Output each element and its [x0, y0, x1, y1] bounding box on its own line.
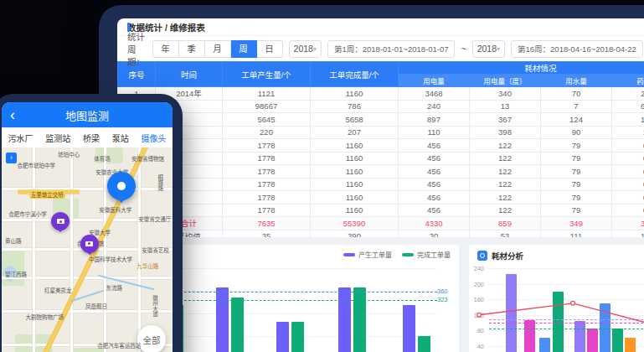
chart-bar [506, 274, 517, 352]
table-cell: 110 [399, 126, 470, 139]
chart-gridline [487, 268, 644, 269]
table-row: 6177811604561227967 [118, 152, 644, 165]
sub-col-3: 用水量 [541, 75, 612, 87]
col-header-completed: 工单完成量/个 [311, 62, 399, 87]
table-cell: 367 [470, 113, 541, 127]
map-label: 安徽省艺校 [142, 246, 169, 254]
map-label: 合肥市琥珀中学 [17, 161, 55, 169]
table-row: 356455658897367124129 [118, 113, 644, 127]
range-from-input[interactable]: 第1周：2018-01-01~2018-01-07 [327, 40, 456, 58]
chart-bar [625, 338, 636, 352]
table-cell: 456 [399, 191, 470, 204]
table-cell: 1121 [223, 87, 311, 101]
road [138, 148, 141, 352]
breadcrumb: 数据统计 / 维修报表 [117, 18, 644, 36]
period-option-月[interactable]: 月 [205, 40, 231, 58]
chart-bar [276, 322, 289, 352]
back-icon[interactable]: ‹ [10, 104, 15, 126]
table-row: 10177811604561227967 [118, 204, 644, 217]
table-cell: 13 [470, 100, 541, 113]
tab-泵站[interactable]: 泵站 [112, 132, 129, 144]
table-cell: 122 [470, 152, 541, 165]
map-label: 安徽省交通厅 [138, 215, 171, 223]
total-cell: 349 [541, 217, 612, 230]
table-cell: 7 [541, 100, 612, 113]
table-row: 42202071103989019 [118, 126, 644, 139]
map-label: 凤凰假日 [85, 302, 107, 310]
sub-col-2: 用电量（度） [470, 75, 541, 87]
table-cell: 67 [612, 165, 644, 179]
map-label: 合肥市宁溪小学 [8, 210, 47, 218]
legend-label: 产生工单量 [358, 250, 392, 259]
map-label: 安徽省博物馆 [131, 154, 164, 163]
tab-监测站[interactable]: 监测站 [45, 132, 70, 144]
report-table: 序号 时间 工单产生量/个 工单完成量/个 耗材情况 用电量 用电量（度） 用水… [117, 61, 644, 243]
map-canvas[interactable]: › 全部 琥珀中心合肥市琥珀中学体育场安徽农业大学安徽省博物馆桐城路五里墩立交桥… [2, 148, 173, 352]
table-cell: 79 [541, 191, 612, 204]
legend-mark [343, 253, 355, 256]
table-cell: 67 [612, 191, 644, 204]
road [70, 148, 73, 352]
period-option-周[interactable]: 周 [231, 40, 257, 58]
table-cell: 786 [311, 100, 399, 113]
road [2, 277, 173, 279]
chart-bar [587, 329, 598, 352]
table-cell: 67 [612, 139, 644, 153]
phone-title: 地图监测 [65, 107, 109, 123]
chart-bar [403, 305, 415, 352]
table-cell: 122 [470, 178, 541, 191]
refline-label: 323 [437, 296, 457, 303]
period-option-年[interactable]: 年 [152, 40, 179, 58]
breadcrumb-accent-bar [127, 23, 130, 32]
all-filter-button[interactable]: 全部 [137, 325, 166, 352]
chart-legend: 产生工单量完成工单量 [343, 250, 451, 259]
tab-摄像头[interactable]: 摄像头 [142, 132, 167, 144]
period-option-季[interactable]: 季 [179, 40, 205, 58]
legend-item: 产生工单量 [343, 250, 392, 259]
table-cell: 456 [399, 165, 470, 179]
table-cell: 1160 [311, 139, 399, 153]
chart-bar [216, 287, 229, 352]
y-tick-label: 80 [469, 327, 484, 334]
table-cell: 1778 [223, 191, 311, 204]
camera-pin[interactable] [80, 235, 99, 259]
pin-dot [117, 182, 126, 190]
year-from-value: 2018 [294, 44, 313, 54]
table-cell: 1160 [311, 191, 399, 204]
y-tick-label: 240 [469, 265, 484, 272]
table-row: 8177811604561227967 [118, 178, 644, 191]
chart-bar [353, 287, 366, 352]
selected-camera-pin[interactable] [107, 172, 136, 209]
phone-header: ‹ 地图监测 [2, 102, 173, 127]
table-cell: 98667 [223, 100, 311, 113]
chart-bar [612, 329, 623, 352]
consumables-chart-title: 耗材分析 [492, 250, 523, 261]
table-cell: 1778 [223, 178, 311, 191]
period-option-日[interactable]: 日 [257, 40, 283, 58]
chart-bar [539, 338, 550, 352]
year-to-select[interactable]: 2018 ▾ [472, 40, 505, 58]
chart-icon [477, 251, 487, 261]
map-label: 体育场 [94, 154, 111, 163]
range-to-input[interactable]: 第16周：2018-04-16~2018-04-22 [511, 40, 643, 58]
camera-pin[interactable] [51, 212, 70, 236]
table-cell: 70 [541, 87, 612, 101]
map-label: 琥珀中心 [58, 150, 80, 158]
tab-桥梁[interactable]: 桥梁 [83, 132, 100, 144]
year-to-value: 2018 [477, 44, 497, 54]
year-from-select[interactable]: 2018 ▾ [289, 40, 322, 58]
map-label: 望江西路 [5, 270, 27, 278]
table-cell: 1778 [223, 165, 311, 179]
chart-bar [338, 287, 351, 352]
table-cell: 398 [470, 126, 541, 139]
chart-bar [553, 292, 564, 352]
expand-icon[interactable]: › [6, 153, 17, 163]
table-cell: 79 [541, 178, 612, 191]
table-cell: 122 [470, 204, 541, 217]
tab-污水厂[interactable]: 污水厂 [8, 132, 33, 144]
period-label: 统计周期： [127, 30, 147, 68]
average-refline [489, 319, 644, 320]
dashboard-window: 数据统计 / 维修报表 统计周期： 年季月周日 2018 ▾ 第1周：2018-… [117, 18, 644, 352]
phone-screen: ‹ 地图监测 污水厂监测站桥梁泵站摄像头 › 全部 [2, 102, 173, 352]
table-cell: 456 [399, 204, 470, 217]
